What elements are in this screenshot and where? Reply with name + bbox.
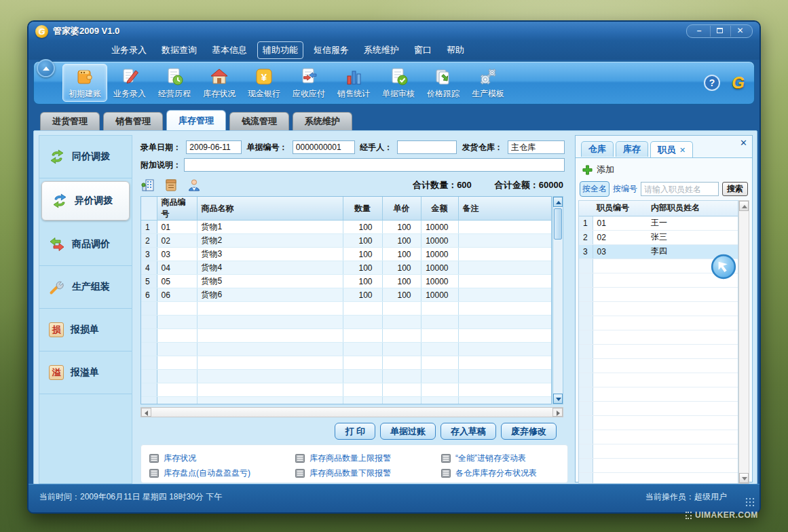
menu-item-business-entry[interactable]: 业务录入 — [107, 42, 151, 58]
staff-vertical-scrollbar[interactable] — [738, 200, 749, 484]
scroll-right-icon[interactable] — [552, 408, 563, 417]
search-by-code-toggle[interactable]: 按编号 — [613, 183, 637, 195]
sidebar-item-production-assembly[interactable]: 生产组装 — [39, 266, 132, 309]
col-note[interactable]: 备注 — [458, 197, 552, 221]
collapse-toolbar-button[interactable] — [37, 59, 55, 77]
note-input[interactable] — [184, 158, 565, 172]
panel-close-icon[interactable]: ✕ — [740, 138, 747, 148]
col-item-code[interactable]: 商品编号 — [157, 197, 197, 221]
sidebar-item-label: 同价调拨 — [72, 151, 110, 163]
item-row[interactable]: 404货物410010010000 — [141, 261, 552, 275]
sidebar-item-overflow-report[interactable]: 溢 报溢单 — [39, 352, 132, 394]
col-qty[interactable]: 数量 — [343, 197, 382, 221]
close-button[interactable]: ✕ — [730, 26, 749, 37]
menu-item-help[interactable]: 帮助 — [442, 42, 469, 58]
item-row[interactable]: 303货物310010010000 — [141, 248, 552, 261]
handler-input[interactable] — [397, 140, 457, 154]
items-horizontal-scrollbar[interactable] — [140, 407, 563, 417]
note-label: 附加说明： — [140, 159, 181, 171]
minimize-button[interactable]: – — [690, 26, 709, 37]
menu-item-system-maintenance[interactable]: 系统维护 — [359, 42, 404, 58]
save-draft-button[interactable]: 存入草稿 — [440, 423, 496, 440]
search-button[interactable]: 搜索 — [722, 182, 748, 196]
scroll-up-icon[interactable] — [739, 201, 749, 211]
toolbar-stock-status-button[interactable]: 库存状况 — [197, 64, 242, 102]
toolbar-initial-setup-button[interactable]: 初期建账 — [62, 64, 107, 102]
tab-purchase-management[interactable]: 进货管理 — [40, 112, 100, 130]
warehouse-input[interactable] — [508, 140, 565, 154]
sidebar-item-label: 商品调价 — [72, 238, 110, 250]
item-row[interactable]: 606货物610010010000 — [141, 288, 552, 302]
scroll-up-icon[interactable] — [553, 197, 563, 207]
doc-no-input[interactable] — [293, 140, 355, 154]
window-title: 管家婆2009 V1.0 — [53, 25, 119, 37]
maximize-button[interactable] — [710, 26, 729, 37]
scroll-down-icon[interactable] — [553, 394, 563, 404]
print-button[interactable]: 打 印 — [335, 423, 375, 440]
scrollbar-thumb[interactable] — [554, 208, 562, 240]
staff-search-input[interactable] — [641, 182, 719, 196]
link-stock-check[interactable]: 库存盘点(自动盘盈盘亏) — [149, 466, 295, 480]
toolbar-cash-bank-button[interactable]: ¥ 现金银行 — [242, 64, 286, 102]
toolbar-production-template-button[interactable]: 生产模板 — [466, 64, 510, 102]
link-omnipotent-flow-report[interactable]: “全能”进销存变动表 — [441, 451, 559, 466]
sidebar-item-same-price-transfer[interactable]: 同价调拨 — [39, 136, 132, 178]
tab-close-icon[interactable]: ✕ — [679, 146, 686, 155]
scroll-left-icon[interactable] — [141, 408, 151, 417]
items-table: 商品编号 商品名称 数量 单价 金额 备注 101货物110010010000 … — [140, 196, 552, 404]
staff-row[interactable]: 202张三 — [579, 230, 738, 244]
toolbar-label: 应收应付 — [293, 88, 325, 100]
item-row[interactable]: 202货物210010010000 — [141, 234, 552, 248]
link-stock-upper-limit-alarm[interactable]: 库存商品数量上限报警 — [295, 451, 441, 466]
staff-row[interactable]: 101王一 — [579, 216, 738, 230]
resize-grip[interactable] — [745, 497, 755, 508]
toolbar-sales-statistics-button[interactable]: 销售统计 — [331, 64, 376, 102]
item-row[interactable]: 101货物110010010000 — [141, 221, 552, 234]
scroll-down-icon[interactable] — [739, 473, 749, 483]
staff-person-icon[interactable] — [187, 178, 202, 193]
tab-system-maintenance[interactable]: 系统维护 — [293, 112, 352, 130]
search-by-name-toggle[interactable]: 按全名 — [580, 181, 609, 197]
menu-item-data-query[interactable]: 数据查询 — [157, 42, 202, 58]
toolbar-price-tracking-button[interactable]: 价格跟踪 — [421, 64, 466, 102]
staff-tab-body: 添加 按全名 按编号 搜索 — [576, 157, 752, 482]
tab-sales-management[interactable]: 销售管理 — [103, 112, 163, 130]
tab-inventory-management[interactable]: 库存管理 — [166, 110, 226, 130]
tab-warehouse[interactable]: 仓库 — [581, 141, 614, 157]
quick-links-panel: 库存状况 库存商品数量上限报警 “全能”进销存变动表 库存盘点(自动盘盈盘亏) … — [140, 444, 568, 483]
toolbar-receivable-payable-button[interactable]: 应收应付 — [286, 64, 331, 102]
col-staff-name[interactable]: 内部职员姓名 — [647, 201, 738, 216]
link-warehouse-distribution-report[interactable]: 各仓库库存分布状况表 — [441, 466, 559, 480]
overflow-report-icon: 溢 — [49, 365, 64, 380]
menu-item-sms-service[interactable]: 短信服务 — [309, 42, 354, 58]
document-clock-icon — [164, 66, 185, 87]
discard-changes-button[interactable]: 废弃修改 — [501, 423, 557, 440]
totals: 合计数量：600 合计金额：60000 — [413, 179, 563, 191]
col-price[interactable]: 单价 — [382, 197, 421, 221]
menu-item-aux-functions[interactable]: 辅助功能 — [257, 41, 303, 59]
post-voucher-button[interactable]: 单据过账 — [380, 423, 436, 440]
date-input[interactable] — [186, 140, 242, 154]
tab-staff[interactable]: 职员✕ — [650, 141, 693, 158]
help-icon[interactable]: ? — [703, 74, 721, 92]
link-stock-lower-limit-alarm[interactable]: 库存商品数量下限报警 — [295, 466, 441, 480]
tab-cashflow-management[interactable]: 钱流管理 — [229, 112, 289, 130]
stock-box-icon[interactable] — [164, 178, 179, 193]
link-stock-status[interactable]: 库存状况 — [149, 451, 295, 466]
col-item-name[interactable]: 商品名称 — [197, 197, 343, 221]
items-vertical-scrollbar[interactable] — [552, 196, 563, 404]
toolbar-voucher-audit-button[interactable]: 单据审核 — [376, 64, 421, 102]
toolbar-business-entry-button[interactable]: 业务录入 — [107, 64, 152, 102]
toolbar-business-history-button[interactable]: 经营历程 — [152, 64, 197, 102]
tab-stock[interactable]: 库存 — [616, 141, 648, 157]
warehouse-building-icon[interactable] — [140, 178, 155, 193]
col-amount[interactable]: 金额 — [421, 197, 458, 221]
menu-item-basic-info[interactable]: 基本信息 — [207, 42, 252, 58]
sidebar-item-diff-price-transfer[interactable]: 异价调拨 — [41, 181, 130, 221]
sidebar-item-price-adjust[interactable]: 商品调价 — [39, 223, 132, 266]
menu-item-window[interactable]: 窗口 — [409, 42, 436, 58]
add-staff-button[interactable]: 添加 — [582, 164, 614, 176]
item-row[interactable]: 505货物510010010000 — [141, 275, 552, 288]
sidebar-item-loss-report[interactable]: 损 报损单 — [39, 309, 132, 352]
col-staff-code[interactable]: 职员编号 — [593, 201, 647, 216]
